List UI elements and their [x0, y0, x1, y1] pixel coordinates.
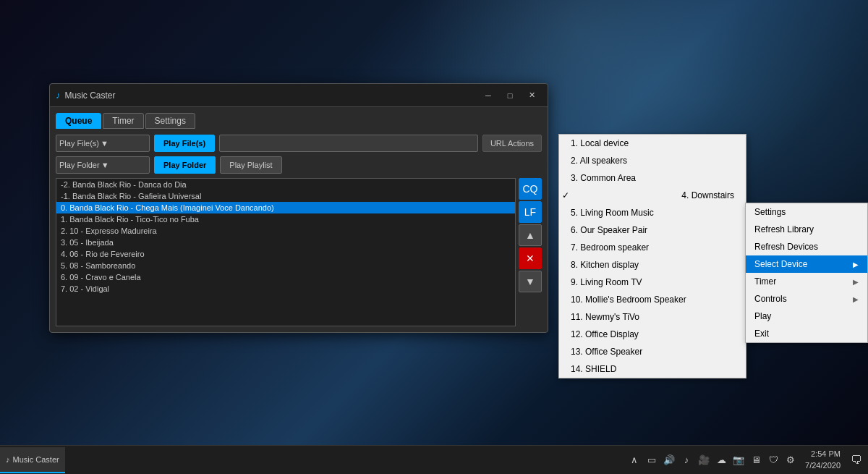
- submenu-arrow-icon: ▶: [853, 261, 859, 268]
- device-menu-item[interactable]: 3. Common Area: [559, 169, 746, 187]
- url-input[interactable]: [219, 135, 478, 152]
- notification-center-button[interactable]: 🗨: [845, 449, 868, 472]
- device-menu-item[interactable]: 10. Mollie's Bedroom Speaker: [559, 291, 746, 308]
- device-menu-item[interactable]: 13. Office Speaker: [559, 343, 746, 360]
- tab-queue[interactable]: Queue: [56, 113, 101, 129]
- queue-item[interactable]: -2. Banda Black Rio - Danca do Dia: [56, 179, 515, 190]
- url-actions-button[interactable]: URL Actions: [482, 135, 542, 152]
- tray-cloud-icon[interactable]: ☁: [714, 453, 728, 467]
- queue-container: -2. Banda Black Rio - Danca do Dia-1. Ba…: [56, 178, 542, 326]
- submenu-arrow-icon: ▶: [853, 278, 859, 286]
- queue-item[interactable]: 4. 06 - Rio de Fevereiro: [56, 248, 515, 260]
- queue-side-btn-[interactable]: ▲: [519, 224, 542, 246]
- tray-shield-icon[interactable]: 🛡: [766, 453, 780, 467]
- device-menu-item[interactable]: 9. Living Room TV: [559, 274, 746, 291]
- tray-music-icon[interactable]: ♪: [679, 453, 694, 467]
- play-playlist-button[interactable]: Play Playlist: [220, 156, 281, 174]
- play-folder-dropdown[interactable]: Play Folder ▼: [56, 156, 150, 174]
- queue-item[interactable]: 7. 02 - Vidigal: [56, 283, 515, 295]
- sub-menu-item-refresh-library[interactable]: Refresh Library: [746, 221, 867, 238]
- submenu-arrow-icon: ▶: [853, 295, 859, 303]
- device-menu-item[interactable]: 4. Downstairs: [559, 187, 746, 204]
- tray-speaker-icon[interactable]: 🔊: [662, 453, 676, 467]
- tab-timer[interactable]: Timer: [103, 113, 143, 129]
- queue-list[interactable]: -2. Banda Black Rio - Danca do Dia-1. Ba…: [56, 178, 516, 326]
- device-menu-item[interactable]: 14. SHIELD: [559, 360, 746, 378]
- sub-menu-item-controls[interactable]: Controls▶: [746, 290, 867, 308]
- queue-item[interactable]: -1. Banda Black Rio - Gafieira Universal: [56, 190, 515, 202]
- sub-menu-item-refresh-devices[interactable]: Refresh Devices: [746, 238, 867, 255]
- device-menu-item[interactable]: 12. Office Display: [559, 326, 746, 343]
- sub-menu-item-select-device[interactable]: Select Device▶: [746, 255, 867, 273]
- tab-bar: Queue Timer Settings: [56, 113, 542, 129]
- tray-extra-icon[interactable]: ⚙: [783, 453, 798, 467]
- sub-context-menu: SettingsRefresh LibraryRefresh DevicesSe…: [745, 203, 868, 343]
- sub-menu-item-timer[interactable]: Timer▶: [746, 273, 867, 290]
- app-icon: ♪: [56, 90, 61, 101]
- tray-desktop-icon[interactable]: ▭: [644, 453, 659, 467]
- toolbar-row-1: Play File(s) ▼ Play File(s) URL Actions: [56, 135, 542, 152]
- queue-item[interactable]: 1. Banda Black Rio - Tico-Tico no Fuba: [56, 213, 515, 225]
- window-controls: ─ □ ✕: [478, 88, 542, 103]
- app-taskbar-icon: ♪: [6, 455, 10, 464]
- window-body: Queue Timer Settings Play File(s) ▼ Play…: [50, 107, 548, 332]
- device-menu-item[interactable]: 8. Kitchen display: [559, 256, 746, 274]
- play-files-dropdown[interactable]: Play File(s) ▼: [56, 135, 150, 152]
- device-menu-item[interactable]: 2. All speakers: [559, 152, 746, 169]
- sub-menu-item-play[interactable]: Play: [746, 308, 867, 325]
- sub-menu-item-exit[interactable]: Exit: [746, 325, 867, 342]
- queue-item[interactable]: 5. 08 - Samboreando: [56, 260, 515, 271]
- queue-side-btn-cq[interactable]: CQ: [519, 178, 542, 200]
- tray-camera-icon[interactable]: 📷: [731, 453, 746, 467]
- toolbar-row-2: Play Folder ▼ Play Folder Play Playlist: [56, 156, 542, 174]
- clock-time: 2:54 PM: [805, 449, 841, 460]
- sub-menu-item-settings[interactable]: Settings: [746, 203, 867, 221]
- queue-item[interactable]: 0. Banda Black Rio - Chega Mais (Imagine…: [56, 202, 515, 213]
- device-menu-item[interactable]: 11. Newmy's TiVo: [559, 308, 746, 326]
- window-titlebar: ♪ Music Caster ─ □ ✕: [50, 84, 548, 107]
- side-buttons: CQLF▲✕▼: [519, 178, 542, 326]
- app-taskbar-label: Music Caster: [13, 455, 59, 464]
- device-menu-item[interactable]: 1. Local device: [559, 135, 746, 152]
- queue-item[interactable]: 2. 10 - Expresso Madureira: [56, 225, 515, 237]
- maximize-button[interactable]: □: [500, 88, 520, 103]
- close-button[interactable]: ✕: [522, 88, 542, 103]
- device-menu-item[interactable]: 6. Our Speaker Pair: [559, 221, 746, 239]
- queue-side-btn-[interactable]: ✕: [519, 247, 542, 269]
- taskbar-clock[interactable]: 2:54 PM 7/24/2020: [801, 449, 845, 471]
- tray-chevron[interactable]: ∧: [627, 453, 642, 467]
- system-tray: ∧ ▭ 🔊 ♪ 🎥 ☁ 📷 🖥 🛡 ⚙: [624, 446, 801, 474]
- window-title: Music Caster: [65, 90, 479, 101]
- queue-side-btn-[interactable]: ▼: [519, 271, 542, 292]
- play-folder-button[interactable]: Play Folder: [154, 156, 216, 174]
- device-menu-item[interactable]: 7. Bedroom speaker: [559, 239, 746, 256]
- taskbar-app-music-caster[interactable]: ♪ Music Caster: [0, 447, 65, 473]
- queue-item[interactable]: 3. 05 - Ibeijada: [56, 237, 515, 248]
- queue-side-btn-lf[interactable]: LF: [519, 201, 542, 223]
- device-context-menu: 1. Local device2. All speakers3. Common …: [558, 134, 746, 378]
- tray-video-icon[interactable]: 🎥: [697, 453, 711, 467]
- device-menu-item[interactable]: 5. Living Room Music: [559, 204, 746, 221]
- tray-monitor-icon[interactable]: 🖥: [749, 453, 763, 467]
- play-files-button[interactable]: Play File(s): [154, 135, 215, 152]
- queue-item[interactable]: 6. 09 - Cravo e Canela: [56, 271, 515, 283]
- clock-date: 7/24/2020: [805, 460, 841, 471]
- music-caster-window: ♪ Music Caster ─ □ ✕ Queue Timer Setting…: [49, 83, 548, 333]
- taskbar: ♪ Music Caster ∧ ▭ 🔊 ♪ 🎥 ☁ 📷 🖥 🛡 ⚙ 2:54 …: [0, 445, 868, 474]
- tab-settings[interactable]: Settings: [145, 113, 195, 129]
- minimize-button[interactable]: ─: [478, 88, 498, 103]
